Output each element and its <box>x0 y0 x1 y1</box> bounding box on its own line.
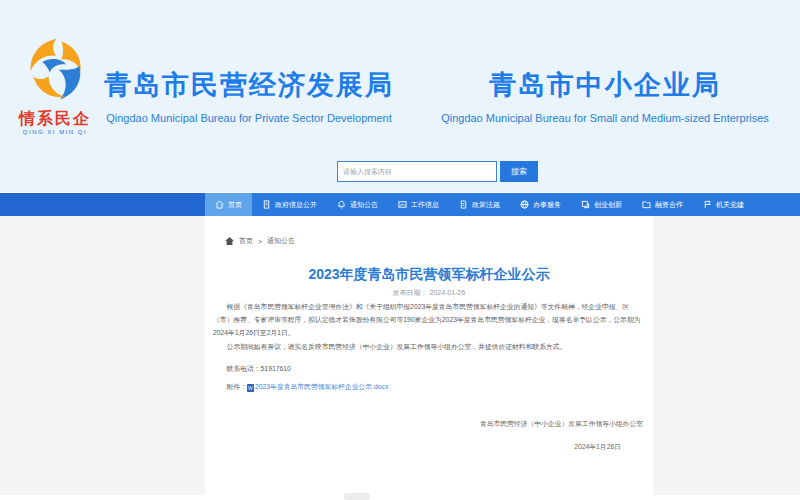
bureau2-title: 青岛市中小企业局 <box>420 62 790 108</box>
publish-date-value: 2024-01-26 <box>430 289 466 296</box>
article-card: 首页 > 通知公告 2023年度青岛市民营领军标杆企业公示 发布日期： 2024… <box>205 216 653 495</box>
nav-item-home[interactable]: 首页 <box>205 193 252 216</box>
globe-icon <box>520 200 529 209</box>
flag-icon <box>703 200 712 209</box>
attachment-link[interactable]: 2023年度青岛市民营领军标杆企业公示.docx <box>255 383 388 390</box>
site-header: 情系民企 QING XI MIN QI 青岛市民营经济发展局 Qingdao M… <box>0 0 800 192</box>
attachment-line: 附件：W2023年度青岛市民营领军标杆企业公示.docx <box>213 380 645 393</box>
logo-emblem-icon <box>23 36 87 110</box>
picture-icon <box>398 200 407 209</box>
bureau-sme: 青岛市中小企业局 Qingdao Municipal Bureau for Sm… <box>420 62 790 128</box>
scroll-icon <box>459 200 468 209</box>
nav-item-work-info[interactable]: 工作信息 <box>388 193 449 216</box>
left-gutter <box>0 216 205 495</box>
article-title: 2023年度青岛市民营领军标杆企业公示 <box>205 266 653 284</box>
nav-item-financing[interactable]: 融资合作 <box>632 193 693 216</box>
nav-item-policies[interactable]: 政策法规 <box>449 193 510 216</box>
article-paragraph-1: 根据《青岛市民营领军标杆企业管理办法》和《关于组织申报2023年度青岛市民营领军… <box>213 300 645 339</box>
bell-icon <box>337 200 346 209</box>
home-icon <box>225 237 234 245</box>
bureau-private-sector: 青岛市民营经济发展局 Qingdao Municipal Bureau for … <box>84 62 414 128</box>
page: 情系民企 QING XI MIN QI 青岛市民营经济发展局 Qingdao M… <box>0 0 800 500</box>
nav-item-party-building[interactable]: 机关党建 <box>693 193 754 216</box>
nav-item-label: 融资合作 <box>655 200 683 210</box>
nav-item-label: 机关党建 <box>716 200 744 210</box>
signature-date: 2024年1月26日 <box>574 442 621 452</box>
breadcrumb-current[interactable]: 通知公告 <box>267 236 295 246</box>
nav-item-label: 政府信息公开 <box>275 200 317 210</box>
contact-phone: 联系电话：51917610 <box>213 362 645 375</box>
nav-item-innovation[interactable]: 创业创新 <box>571 193 632 216</box>
search-input[interactable] <box>337 161 497 182</box>
breadcrumb: 首页 > 通知公告 <box>225 236 295 246</box>
nav-item-label: 首页 <box>228 200 242 210</box>
home-icon <box>215 200 224 209</box>
logo-text-en: QING XI MIN QI <box>12 128 98 137</box>
nav-item-label: 政策法规 <box>472 200 500 210</box>
nav-item-label: 办事服务 <box>533 200 561 210</box>
copy-icon <box>581 200 590 209</box>
publish-date: 发布日期： 2024-01-26 <box>205 288 653 298</box>
folder-icon <box>642 200 651 209</box>
nav-item-gov-info[interactable]: 政府信息公开 <box>252 193 327 216</box>
nav-item-label: 工作信息 <box>411 200 439 210</box>
search-button[interactable]: 搜索 <box>500 161 538 182</box>
main-nav: 首页 政府信息公开 通知公告 工作信息 政策法规 办事服务 <box>0 193 800 216</box>
breadcrumb-home[interactable]: 首页 <box>239 236 253 246</box>
publish-date-label: 发布日期： <box>393 289 428 296</box>
search-bar: 搜索 <box>337 161 538 183</box>
nav-item-label: 创业创新 <box>594 200 622 210</box>
main-nav-items: 首页 政府信息公开 通知公告 工作信息 政策法规 办事服务 <box>205 193 800 216</box>
footer-peek <box>344 493 370 500</box>
breadcrumb-separator: > <box>258 238 262 245</box>
attachment-label: 附件： <box>227 383 247 390</box>
bureau2-subtitle: Qingdao Municipal Bureau for Small and M… <box>420 108 790 128</box>
bureau1-subtitle: Qingdao Municipal Bureau for Private Sec… <box>84 108 414 128</box>
word-doc-icon: W <box>247 384 254 392</box>
right-gutter <box>653 216 800 495</box>
document-icon <box>262 200 271 209</box>
signature-office: 青岛市民营经济（中小企业）发展工作领导小组办公室 <box>480 419 643 429</box>
article-paragraph-2: 公示期间如有异议，请实名反映市民营经济（中小企业）发展工作领导小组办公室，并提供… <box>213 340 645 353</box>
nav-item-services[interactable]: 办事服务 <box>510 193 571 216</box>
bureau1-title: 青岛市民营经济发展局 <box>84 62 414 108</box>
nav-item-label: 通知公告 <box>350 200 378 210</box>
nav-item-notices[interactable]: 通知公告 <box>327 193 388 216</box>
